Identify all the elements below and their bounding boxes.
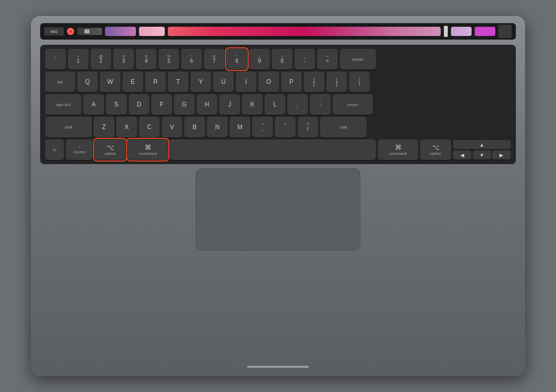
trackpad[interactable] bbox=[196, 168, 360, 251]
delete-key[interactable]: delete bbox=[340, 49, 376, 69]
equals-key[interactable]: += bbox=[317, 49, 338, 69]
arrow-keys: ▲ ◀ ▼ ▶ bbox=[453, 140, 511, 159]
semicolon-key[interactable]: :; bbox=[287, 94, 308, 115]
arrow-right-key[interactable]: ▶ bbox=[492, 150, 511, 159]
e-key[interactable]: E bbox=[123, 72, 143, 92]
qwerty-row: tab Q W E R T Y U I O P {[ }] |\ bbox=[45, 72, 511, 92]
tb-gradient4 bbox=[451, 27, 472, 36]
p-key[interactable]: P bbox=[281, 72, 302, 92]
command-right-key[interactable]: ⌘ command bbox=[378, 139, 418, 160]
arrow-left-key[interactable]: ◀ bbox=[453, 150, 472, 159]
j-key[interactable]: J bbox=[219, 94, 240, 115]
rbracket-key[interactable]: }] bbox=[326, 72, 347, 92]
trackpad-area bbox=[40, 168, 516, 251]
touch-bar: esc ✕ bbox=[40, 23, 516, 40]
period-key[interactable]: >. bbox=[275, 117, 296, 137]
z-key[interactable]: Z bbox=[94, 117, 114, 137]
keyboard: ~` !1 @2 #3 $4 %5 ^6 &7 *8 (9 )0 _- += d… bbox=[40, 45, 516, 164]
v-key[interactable]: V bbox=[162, 117, 182, 137]
asdf-row: caps lock A S D F G H J K L :; "' return bbox=[45, 94, 511, 115]
tb-slider bbox=[77, 28, 102, 35]
k-key[interactable]: K bbox=[242, 94, 263, 115]
q-key[interactable]: Q bbox=[77, 72, 98, 92]
backtick-key[interactable]: ~` bbox=[45, 49, 66, 69]
t-key[interactable]: T bbox=[168, 72, 188, 92]
lshift-key[interactable]: shift bbox=[45, 117, 92, 137]
tb-handle[interactable] bbox=[444, 26, 448, 37]
r-key[interactable]: R bbox=[145, 72, 166, 92]
tb-close-btn[interactable]: ✕ bbox=[67, 28, 74, 35]
o-key[interactable]: O bbox=[258, 72, 279, 92]
tb-gradient5 bbox=[475, 27, 495, 36]
capslock-key[interactable]: caps lock bbox=[45, 94, 81, 115]
0-key[interactable]: )0 bbox=[272, 49, 292, 69]
bottom-bar bbox=[247, 366, 309, 368]
9-key[interactable]: (9 bbox=[249, 49, 270, 69]
b-key[interactable]: B bbox=[184, 117, 205, 137]
h-key[interactable]: H bbox=[197, 94, 217, 115]
lbracket-key[interactable]: {[ bbox=[304, 72, 324, 92]
d-key[interactable]: D bbox=[129, 94, 149, 115]
n-key[interactable]: N bbox=[207, 117, 228, 137]
s-key[interactable]: S bbox=[106, 94, 127, 115]
space-key[interactable] bbox=[170, 139, 376, 160]
6-key[interactable]: ^6 bbox=[181, 49, 202, 69]
5-key[interactable]: %5 bbox=[159, 49, 179, 69]
w-key[interactable]: W bbox=[100, 72, 120, 92]
esc-key[interactable]: esc bbox=[44, 27, 64, 35]
4-key[interactable]: $4 bbox=[136, 49, 157, 69]
tb-gradient1 bbox=[105, 27, 136, 36]
m-key[interactable]: M bbox=[230, 117, 250, 137]
minus-key[interactable]: _- bbox=[294, 49, 315, 69]
comma-key[interactable]: <, bbox=[252, 117, 273, 137]
u-key[interactable]: U bbox=[213, 72, 234, 92]
laptop-body: esc ✕ ~` !1 @2 #3 $4 %5 ^6 &7 *8 (9 )0 _… bbox=[31, 16, 525, 376]
slash-key[interactable]: ?/ bbox=[298, 117, 318, 137]
backslash-key[interactable]: |\ bbox=[349, 72, 370, 92]
l-key[interactable]: L bbox=[265, 94, 285, 115]
number-row: ~` !1 @2 #3 $4 %5 ^6 &7 *8 (9 )0 _- += d… bbox=[45, 49, 511, 69]
i-key[interactable]: I bbox=[236, 72, 256, 92]
fn-key[interactable]: fn bbox=[45, 139, 64, 160]
option-left-key[interactable]: ⌥ option bbox=[95, 139, 126, 160]
quote-key[interactable]: "' bbox=[310, 94, 331, 115]
3-key[interactable]: #3 bbox=[113, 49, 134, 69]
arrow-lr-keys: ◀ ▼ ▶ bbox=[453, 150, 511, 159]
y-key[interactable]: Y bbox=[190, 72, 211, 92]
zxcv-row: shift Z X C V B N M <, >. ?/ shift bbox=[45, 117, 511, 137]
rshift-key[interactable]: shift bbox=[320, 117, 367, 137]
c-key[interactable]: C bbox=[139, 117, 160, 137]
8-key[interactable]: *8 bbox=[227, 49, 247, 69]
tab-key[interactable]: tab bbox=[45, 72, 75, 92]
2-key[interactable]: @2 bbox=[91, 49, 111, 69]
tb-power[interactable] bbox=[498, 25, 512, 38]
g-key[interactable]: G bbox=[174, 94, 195, 115]
1-key[interactable]: !1 bbox=[68, 49, 89, 69]
7-key[interactable]: &7 bbox=[204, 49, 224, 69]
arrow-up-key[interactable]: ▲ bbox=[453, 140, 511, 149]
tb-gradient3 bbox=[168, 27, 441, 36]
option-right-key[interactable]: ⌥ option bbox=[420, 139, 451, 160]
arrow-down-key[interactable]: ▼ bbox=[473, 150, 491, 159]
bottom-row: fn ^ control ⌥ option ⌘ command ⌘ comman… bbox=[45, 139, 511, 160]
a-key[interactable]: A bbox=[83, 94, 104, 115]
control-key[interactable]: ^ control bbox=[66, 139, 93, 160]
return-key[interactable]: return bbox=[333, 94, 373, 115]
x-key[interactable]: X bbox=[116, 117, 137, 137]
command-left-key[interactable]: ⌘ command bbox=[128, 139, 168, 160]
tb-gradient2 bbox=[139, 27, 165, 36]
f-key[interactable]: F bbox=[151, 94, 172, 115]
